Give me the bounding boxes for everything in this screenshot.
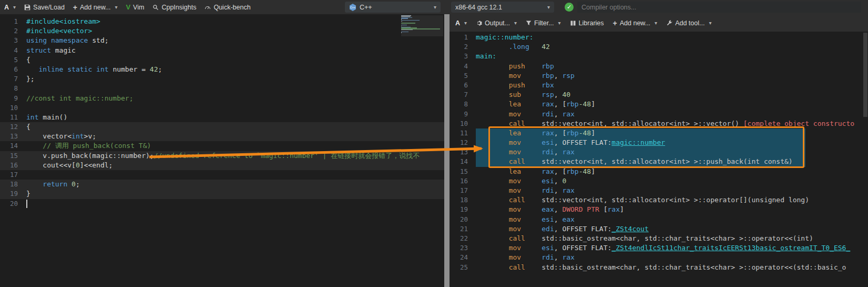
asm-font-size-label: A bbox=[455, 19, 460, 27]
asm-add-new-label: Add new... bbox=[620, 19, 650, 27]
code-text: return 0; bbox=[26, 180, 80, 189]
line-number: 2 bbox=[450, 42, 476, 52]
source-line[interactable]: 13 vector<int>v; bbox=[0, 132, 444, 141]
asm-line[interactable]: 12 mov esi, OFFSET FLAT:magic::number bbox=[450, 138, 868, 147]
line-number: 12 bbox=[450, 138, 476, 147]
line-number: 17 bbox=[450, 186, 476, 195]
compiler-select[interactable]: x86-64 gcc 12.1 ▾ bbox=[451, 2, 554, 13]
source-line[interactable]: 19} bbox=[0, 189, 444, 199]
line-number: 11 bbox=[0, 113, 26, 122]
output-button[interactable]: Output... ▾ bbox=[476, 19, 517, 27]
add-tool-button[interactable]: Add tool... ▾ bbox=[666, 19, 711, 27]
source-line[interactable]: 18 return 0; bbox=[0, 180, 444, 189]
pane-resizer[interactable] bbox=[444, 14, 450, 287]
line-number: 25 bbox=[450, 263, 476, 272]
asm-line[interactable]: 1magic::number: bbox=[450, 33, 868, 42]
line-number: 13 bbox=[0, 132, 26, 141]
asm-line[interactable]: 8 lea rax, [rbp-48] bbox=[450, 100, 868, 109]
asm-line[interactable]: 6 push rbx bbox=[450, 81, 868, 90]
save-load-label: Save/Load bbox=[33, 4, 65, 11]
vim-toggle-button[interactable]: V Vim bbox=[126, 3, 144, 11]
code-text: #include<vector> bbox=[26, 26, 92, 36]
source-line[interactable]: 12{ bbox=[0, 122, 444, 132]
code-text: push rbp bbox=[476, 62, 554, 71]
source-line[interactable]: 8 bbox=[0, 84, 444, 93]
code-text: mov rbp, rsp bbox=[476, 71, 575, 81]
line-number: 6 bbox=[0, 65, 26, 74]
asm-line[interactable]: 11 lea rax, [rbp-48] bbox=[450, 128, 868, 138]
source-line[interactable]: 20 bbox=[0, 199, 444, 209]
source-line[interactable]: 17 bbox=[0, 170, 444, 180]
language-select[interactable]: C++ C++ ▾ bbox=[345, 2, 441, 13]
compiler-options-input[interactable] bbox=[577, 2, 861, 13]
asm-line[interactable]: 21 mov edi, OFFSET FLAT:_ZSt4cout bbox=[450, 224, 868, 234]
compiler-label: x86-64 gcc 12.1 bbox=[455, 4, 502, 11]
code-text: call std::basic_ostream<char, std::char_… bbox=[476, 263, 846, 272]
compile-ok-icon: ✓ bbox=[565, 3, 574, 12]
asm-add-new-button[interactable]: + Add new... ▾ bbox=[613, 19, 658, 27]
asm-line[interactable]: 10 call std::vector<int, std::allocator<… bbox=[450, 119, 868, 128]
asm-line[interactable]: 4 push rbp bbox=[450, 62, 868, 71]
asm-line[interactable]: 18 call std::vector<int, std::allocator<… bbox=[450, 195, 868, 205]
asm-line[interactable]: 2 .long 42 bbox=[450, 42, 868, 52]
source-line[interactable]: 5{ bbox=[0, 55, 444, 65]
asm-line[interactable]: 19 mov eax, DWORD PTR [rax] bbox=[450, 205, 868, 214]
code-text: } bbox=[26, 189, 30, 199]
save-load-button[interactable]: Save/Load bbox=[24, 4, 65, 11]
asm-line[interactable]: 17 mov rdi, rax bbox=[450, 186, 868, 195]
code-text: }; bbox=[26, 74, 35, 84]
line-number: 16 bbox=[450, 176, 476, 186]
code-text: cout<<v[0]<<endl; bbox=[26, 161, 113, 170]
language-label: C++ bbox=[360, 4, 372, 11]
asm-line[interactable]: 7 sub rsp, 40 bbox=[450, 90, 868, 100]
source-line[interactable]: 3using namespace std; bbox=[0, 36, 444, 45]
source-line[interactable]: 1#include<iostream> bbox=[0, 17, 444, 26]
asm-line[interactable]: 20 mov esi, eax bbox=[450, 215, 868, 224]
add-new-label: Add new... bbox=[80, 4, 110, 11]
vim-icon: V bbox=[126, 3, 130, 11]
source-line[interactable]: 2#include<vector> bbox=[0, 26, 444, 36]
font-size-label: A bbox=[4, 4, 9, 11]
libraries-label: Libraries bbox=[579, 19, 604, 27]
font-size-button[interactable]: A ▾ bbox=[4, 4, 16, 11]
source-line[interactable]: 6 inline static int number = 42; bbox=[0, 65, 444, 74]
asm-line[interactable]: 24 mov rdi, rax bbox=[450, 253, 868, 262]
assembly-code: 1magic::number:2 .long 423main:4 push rb… bbox=[450, 32, 868, 287]
source-line[interactable]: 10 bbox=[0, 103, 444, 113]
code-text: v.push_back(magic::number);//undefined r… bbox=[26, 151, 420, 161]
filter-button[interactable]: Filter... ▾ bbox=[526, 19, 561, 27]
source-line[interactable]: 15 v.push_back(magic::number);//undefine… bbox=[0, 151, 444, 161]
line-number: 5 bbox=[0, 55, 26, 65]
line-number: 9 bbox=[450, 110, 476, 119]
filter-label: Filter... bbox=[534, 19, 554, 27]
code-text: lea rax, [rbp-48] bbox=[476, 100, 595, 109]
code-text: push rbx bbox=[476, 81, 554, 90]
asm-line[interactable]: 16 mov esi, 0 bbox=[450, 176, 868, 186]
code-text: int main() bbox=[26, 113, 67, 122]
source-line[interactable]: 14 // 调用 push_back(const T&) bbox=[0, 141, 444, 151]
source-line[interactable]: 4struct magic bbox=[0, 46, 444, 55]
source-line[interactable]: 11int main() bbox=[0, 113, 444, 122]
line-number: 2 bbox=[0, 26, 26, 36]
libraries-button[interactable]: Libraries bbox=[570, 19, 604, 27]
line-number: 22 bbox=[450, 234, 476, 243]
line-number: 9 bbox=[0, 94, 26, 103]
asm-line[interactable]: 9 mov rdi, rax bbox=[450, 110, 868, 119]
asm-line[interactable]: 14 call std::vector<int, std::allocator<… bbox=[450, 157, 868, 166]
source-line[interactable]: 7}; bbox=[0, 74, 444, 84]
asm-line[interactable]: 22 call std::basic_ostream<char, std::ch… bbox=[450, 234, 868, 243]
code-text: call std::vector<int, std::allocator<int… bbox=[476, 195, 809, 205]
quick-bench-button[interactable]: Quick-bench bbox=[205, 4, 250, 11]
add-new-button[interactable]: + Add new... ▾ bbox=[73, 4, 118, 11]
line-number: 5 bbox=[450, 71, 476, 81]
asm-line[interactable]: 23 mov esi, OFFSET FLAT:_ZSt4endlIcSt11c… bbox=[450, 243, 868, 253]
asm-line[interactable]: 5 mov rbp, rsp bbox=[450, 71, 868, 81]
source-line[interactable]: 9//const int magic::number; bbox=[0, 94, 444, 103]
source-line[interactable]: 16 cout<<v[0]<<endl; bbox=[0, 161, 444, 170]
asm-line[interactable]: 13 mov rdi, rax bbox=[450, 147, 868, 157]
asm-line[interactable]: 25 call std::basic_ostream<char, std::ch… bbox=[450, 263, 868, 272]
asm-line[interactable]: 15 lea rax, [rbp-48] bbox=[450, 167, 868, 176]
cppinsights-button[interactable]: CppInsights bbox=[152, 4, 196, 11]
asm-line[interactable]: 3main: bbox=[450, 52, 868, 61]
asm-font-size-button[interactable]: A ▾ bbox=[455, 19, 467, 27]
